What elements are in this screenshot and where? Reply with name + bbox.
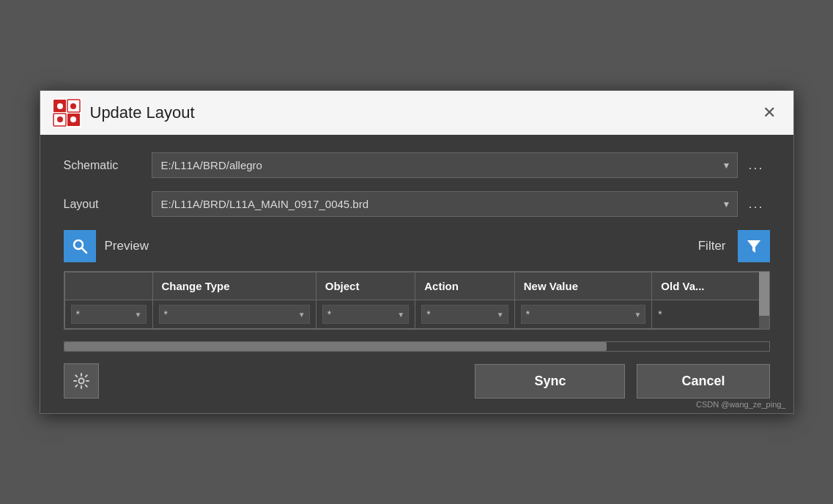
preview-label: Preview [105, 239, 692, 253]
schematic-ellipsis-button[interactable]: ... [742, 158, 769, 173]
cancel-button[interactable]: Cancel [637, 364, 769, 399]
settings-button[interactable] [64, 363, 99, 399]
filter-col4-select[interactable]: * [421, 305, 508, 324]
col-header-old-value: Old Va... [652, 273, 769, 300]
layout-select[interactable]: E:/L11A/BRD/L11A_MAIN_0917_0045.brd [152, 191, 738, 217]
search-icon [72, 238, 88, 254]
dialog-body: Schematic E:/L11A/BRD/allegro ▼ ... Layo… [40, 135, 793, 413]
dialog-titlebar: Update Layout ✕ [40, 91, 793, 135]
filter-col2-select[interactable]: * [159, 305, 310, 324]
filter-col4-wrapper: * ▼ [421, 305, 508, 324]
preview-button[interactable] [64, 230, 96, 262]
layout-ellipsis-button[interactable]: ... [742, 196, 769, 212]
close-button[interactable]: ✕ [757, 102, 782, 124]
bottom-buttons: Sync Cancel [475, 364, 769, 399]
dialog-title: Update Layout [90, 103, 195, 122]
layout-select-wrapper: E:/L11A/BRD/L11A_MAIN_0917_0045.brd ▼ [152, 191, 738, 217]
table-wrapper: Change Type Object Action New Value Old … [64, 271, 770, 330]
schematic-label: Schematic [64, 159, 152, 172]
filter-cell-5: * ▼ [514, 300, 652, 329]
filter-button[interactable] [738, 230, 770, 262]
filter-col3-wrapper: * ▼ [322, 305, 410, 324]
layout-row: Layout E:/L11A/BRD/L11A_MAIN_0917_0045.b… [64, 191, 770, 217]
horizontal-scrollbar[interactable] [64, 341, 770, 352]
svg-marker-12 [747, 240, 760, 253]
filter-col5-wrapper: * ▼ [521, 305, 646, 324]
sync-button[interactable]: Sync [475, 364, 625, 399]
table-vertical-scrollbar[interactable] [759, 272, 769, 329]
data-table: Change Type Object Action New Value Old … [64, 272, 769, 329]
watermark: CSDN @wang_ze_ping_ [696, 400, 785, 409]
table-scrollbar-thumb [759, 272, 769, 316]
col-header-action: Action [415, 273, 515, 300]
filter-col1-wrapper: * ▼ [71, 305, 147, 324]
svg-line-11 [82, 248, 86, 253]
svg-point-13 [78, 379, 84, 384]
col-header-checkbox [64, 273, 152, 300]
filter-cell-4: * ▼ [415, 300, 515, 329]
svg-point-9 [70, 116, 76, 122]
gear-icon [73, 372, 90, 390]
filter-col3-select[interactable]: * [322, 305, 410, 324]
filter-cell-3: * ▼ [316, 300, 415, 329]
svg-point-6 [57, 103, 63, 109]
filter-cell-1: * ▼ [64, 300, 152, 329]
filter-col6-value: * [658, 308, 662, 320]
svg-point-8 [57, 116, 63, 122]
horizontal-scrollbar-thumb [64, 342, 607, 351]
filter-col5-select[interactable]: * [521, 305, 646, 324]
filter-col2-wrapper: * ▼ [159, 305, 310, 324]
schematic-row: Schematic E:/L11A/BRD/allegro ▼ ... [64, 152, 770, 178]
title-left: Update Layout [52, 98, 195, 127]
col-header-new-value: New Value [514, 273, 652, 300]
col-header-change-type: Change Type [152, 273, 316, 300]
col-header-object: Object [316, 273, 415, 300]
bottom-row: Sync Cancel [64, 363, 770, 399]
toolbar-row: Preview Filter [64, 230, 770, 262]
filter-col1-select[interactable]: * [71, 305, 147, 324]
schematic-select[interactable]: E:/L11A/BRD/allegro [152, 152, 738, 178]
filter-row: * ▼ * ▼ [64, 300, 769, 329]
schematic-select-wrapper: E:/L11A/BRD/allegro ▼ [152, 152, 738, 178]
filter-cell-2: * ▼ [152, 300, 316, 329]
svg-point-7 [70, 103, 76, 109]
app-icon [52, 98, 81, 127]
filter-cell-6: * [652, 300, 769, 329]
filter-label: Filter [698, 239, 726, 253]
layout-label: Layout [64, 198, 152, 211]
update-layout-dialog: Update Layout ✕ Schematic E:/L11A/BRD/al… [40, 90, 794, 414]
filter-icon [746, 238, 762, 254]
